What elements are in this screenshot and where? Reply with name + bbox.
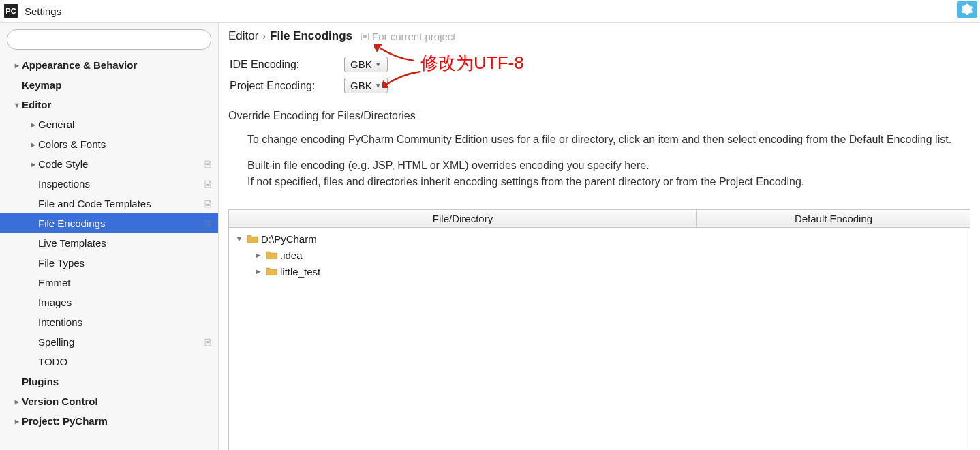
file-tree: ▼D:\PyCharm►.idea►little_test xyxy=(229,228,970,282)
col-default-encoding[interactable]: Default Encoding xyxy=(697,210,970,227)
col-file-directory[interactable]: File/Directory xyxy=(229,210,697,227)
sidebar-item-general[interactable]: General xyxy=(0,115,218,134)
override-description: To change encoding PyCharm Community Edi… xyxy=(247,132,963,200)
sidebar-item-plugins[interactable]: Plugins xyxy=(0,372,218,391)
ide-encoding-dropdown[interactable]: GBK ▼ xyxy=(344,57,388,72)
project-encoding-row: Project Encoding: GBK ▼ xyxy=(230,78,970,93)
breadcrumb-parent[interactable]: Editor xyxy=(228,29,258,43)
sidebar-item-label: Live Templates xyxy=(38,237,213,249)
file-label: little_test xyxy=(280,266,320,278)
tray-icon[interactable] xyxy=(957,1,977,18)
sidebar-item-file-and-code-templates[interactable]: File and Code Templates xyxy=(0,194,218,213)
sidebar-item-label: Colors & Fonts xyxy=(38,138,213,150)
breadcrumb-current: File Encodings xyxy=(270,29,352,43)
sidebar-item-intentions[interactable]: Intentions xyxy=(0,312,218,332)
tree-arrow-icon xyxy=(12,101,22,109)
sidebar-item-project-pycharm[interactable]: Project: PyCharm xyxy=(0,411,218,431)
tree-arrow-icon xyxy=(29,160,38,168)
sidebar-item-label: Code Style xyxy=(38,158,200,170)
window-title: Settings xyxy=(25,5,61,17)
sidebar-item-file-encodings[interactable]: File Encodings xyxy=(0,213,218,233)
sidebar-item-label: Project: PyCharm xyxy=(22,415,213,427)
window-titlebar: PC Settings xyxy=(0,0,980,22)
tree-arrow-icon xyxy=(29,140,38,149)
sidebar-item-version-control[interactable]: Version Control xyxy=(0,391,218,411)
file-row[interactable]: ►little_test xyxy=(234,263,964,280)
sidebar-item-label: File Types xyxy=(38,257,213,269)
project-scope-icon xyxy=(361,32,369,41)
encoding-table: File/Directory Default Encoding ▼D:\PyCh… xyxy=(228,209,970,450)
svg-rect-3 xyxy=(363,35,367,38)
project-encoding-dropdown[interactable]: GBK ▼ xyxy=(344,78,388,93)
sidebar-item-colors-fonts[interactable]: Colors & Fonts xyxy=(0,134,218,154)
sidebar-item-keymap[interactable]: Keymap xyxy=(0,75,218,95)
folder-icon xyxy=(247,234,258,243)
sidebar-item-label: Emmet xyxy=(38,277,213,288)
breadcrumb: Editor › File Encodings For current proj… xyxy=(228,29,970,43)
settings-main: Editor › File Encodings For current proj… xyxy=(219,22,980,450)
sidebar-item-label: Version Control xyxy=(22,395,213,407)
breadcrumb-scope: For current project xyxy=(361,31,456,42)
sidebar-item-label: TODO xyxy=(38,356,213,368)
file-row[interactable]: ►.idea xyxy=(234,247,964,263)
sidebar-item-images[interactable]: Images xyxy=(0,292,218,312)
app-icon: PC xyxy=(4,4,18,18)
tree-arrow-icon: ▼ xyxy=(234,235,244,243)
sidebar-item-label: File Encodings xyxy=(38,217,200,229)
sidebar-item-label: Keymap xyxy=(22,79,213,91)
folder-icon xyxy=(266,250,277,260)
override-title: Override Encoding for Files/Directories xyxy=(228,110,970,122)
sidebar-item-file-types[interactable]: File Types xyxy=(0,253,218,273)
project-scope-badge-icon xyxy=(203,179,213,189)
ide-encoding-label: IDE Encoding: xyxy=(230,59,344,71)
file-row[interactable]: ▼D:\PyCharm xyxy=(234,230,964,247)
sidebar-item-todo[interactable]: TODO xyxy=(0,352,218,372)
project-scope-badge-icon xyxy=(203,199,213,209)
sidebar-item-label: General xyxy=(38,119,213,130)
settings-sidebar: Appearance & BehaviorKeymapEditorGeneral… xyxy=(0,22,219,450)
sidebar-item-live-templates[interactable]: Live Templates xyxy=(0,233,218,253)
sidebar-item-code-style[interactable]: Code Style xyxy=(0,154,218,174)
sidebar-item-spelling[interactable]: Spelling xyxy=(0,332,218,352)
ide-encoding-row: IDE Encoding: GBK ▼ xyxy=(230,57,970,72)
sidebar-item-emmet[interactable]: Emmet xyxy=(0,273,218,292)
sidebar-item-label: Plugins xyxy=(22,376,213,387)
project-scope-badge-icon xyxy=(203,160,213,169)
tree-arrow-icon xyxy=(29,121,38,129)
file-label: D:\PyCharm xyxy=(261,233,317,245)
sidebar-item-label: Appearance & Behavior xyxy=(22,59,213,71)
tree-arrow-icon: ► xyxy=(254,251,263,259)
tree-arrow-icon xyxy=(12,61,22,70)
search-input[interactable] xyxy=(7,29,211,50)
encoding-table-header: File/Directory Default Encoding xyxy=(229,210,970,228)
folder-icon xyxy=(266,267,277,276)
tree-arrow-icon: ► xyxy=(254,267,263,275)
chevron-down-icon: ▼ xyxy=(375,61,382,68)
chevron-down-icon: ▼ xyxy=(375,82,382,89)
tree-arrow-icon xyxy=(12,397,22,406)
sidebar-item-label: Editor xyxy=(22,99,213,110)
sidebar-item-label: Inspections xyxy=(38,178,200,190)
breadcrumb-sep: › xyxy=(262,31,266,42)
sidebar-item-label: File and Code Templates xyxy=(38,198,200,209)
project-scope-badge-icon xyxy=(203,338,213,347)
file-label: .idea xyxy=(280,250,303,261)
gears-icon xyxy=(961,3,973,16)
sidebar-item-appearance-behavior[interactable]: Appearance & Behavior xyxy=(0,55,218,75)
sidebar-item-label: Spelling xyxy=(38,336,200,348)
project-scope-badge-icon xyxy=(203,219,213,228)
sidebar-item-editor[interactable]: Editor xyxy=(0,95,218,115)
project-encoding-label: Project Encoding: xyxy=(230,80,344,92)
sidebar-item-label: Intentions xyxy=(38,316,213,328)
sidebar-item-inspections[interactable]: Inspections xyxy=(0,174,218,194)
sidebar-item-label: Images xyxy=(38,297,213,308)
settings-tree: Appearance & BehaviorKeymapEditorGeneral… xyxy=(0,55,218,431)
tree-arrow-icon xyxy=(12,417,22,425)
